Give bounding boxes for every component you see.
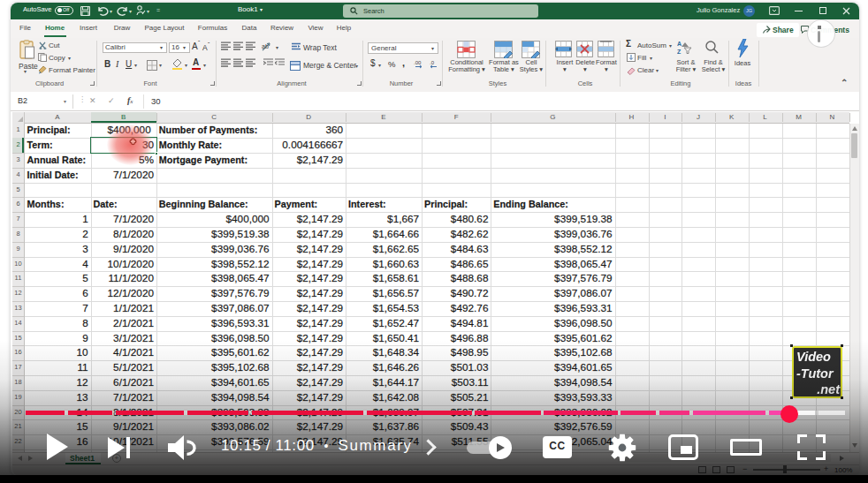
svg-text:ab: ab	[262, 43, 269, 49]
svg-text:.00: .00	[414, 60, 422, 65]
svg-text:.0: .0	[430, 60, 435, 65]
svg-text:A: A	[677, 41, 681, 47]
svg-text:Z: Z	[677, 49, 681, 55]
